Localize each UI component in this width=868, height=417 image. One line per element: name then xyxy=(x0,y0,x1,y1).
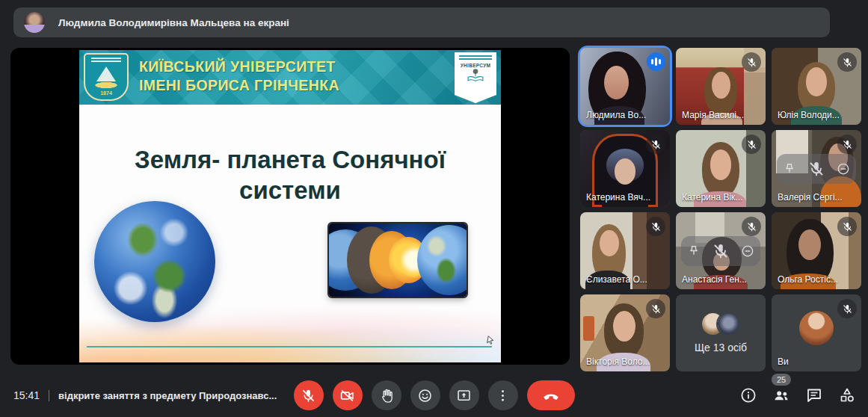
participant-tile-yuliya[interactable]: Юлія Володи... xyxy=(772,48,861,125)
participant-tile-kateryna-vik[interactable]: Катерина Вік... xyxy=(676,130,766,207)
chat-button[interactable] xyxy=(805,386,823,404)
participant-tile-olga[interactable]: Ольга Ростіс... xyxy=(772,212,861,289)
participant-tile-kateryna-v[interactable]: Катерина Вяч... xyxy=(580,130,670,207)
divider xyxy=(49,390,49,401)
tree-icon xyxy=(467,68,484,81)
participant-name: Катерина Вяч... xyxy=(586,192,650,203)
participant-tile-valeriya[interactable]: Валерія Сергі... xyxy=(772,130,861,207)
meeting-title: відкрите заняття з предмету Природознавс… xyxy=(58,390,277,401)
shared-screen-stage: КИЇВСЬКИЙ УНІВЕРСИТЕТ ІМЕНІ БОРИСА ГРІНЧ… xyxy=(10,48,570,365)
people-button[interactable] xyxy=(772,386,790,404)
earth-cross-section-image xyxy=(329,223,467,297)
self-tile[interactable]: Ви xyxy=(772,294,861,371)
more-participants-tile[interactable]: Ще 13 осіб xyxy=(676,294,766,371)
mic-off-icon xyxy=(646,299,665,318)
participant-name: Марія Василі... xyxy=(682,110,744,120)
mute-participant-button[interactable] xyxy=(807,160,825,178)
google-meet-window: Людмила Володимирівна Мальцева на екрані… xyxy=(0,0,868,417)
participant-count-badge: 25 xyxy=(772,374,791,386)
logo-year: 1874 xyxy=(85,90,127,96)
activities-button[interactable] xyxy=(838,386,856,404)
mic-off-icon xyxy=(742,217,761,236)
meeting-details-button[interactable] xyxy=(739,386,757,404)
university-name: КИЇВСЬКИЙ УНІВЕРСИТЕТ ІМЕНІ БОРИСА ГРІНЧ… xyxy=(139,58,339,95)
overflow-avatars xyxy=(702,313,739,335)
more-participants-label: Ще 13 осіб xyxy=(695,342,747,353)
participant-name: Людмила Во... xyxy=(586,110,646,120)
slide-divider-line xyxy=(87,346,492,348)
participant-tile-lyudmyla[interactable]: Людмила Во... xyxy=(580,48,670,125)
presenter-avatar xyxy=(24,12,45,33)
participant-name: Юлія Володи... xyxy=(778,110,840,120)
participant-grid: Людмила Во... Марія Василі... Юлія Волод… xyxy=(580,48,861,371)
speaking-indicator-icon xyxy=(647,52,665,71)
participant-name: Ольга Ростіс... xyxy=(778,274,838,285)
mic-off-icon xyxy=(837,217,857,236)
mic-off-icon xyxy=(742,52,761,72)
pin-participant-button[interactable] xyxy=(782,161,797,176)
pin-participant-button[interactable] xyxy=(686,244,701,259)
participant-tile-anastasiya[interactable]: Анастасія Ген... xyxy=(676,212,766,289)
clock-time: 15:41 xyxy=(13,389,40,401)
remove-participant-button[interactable] xyxy=(740,244,755,259)
camera-button[interactable] xyxy=(333,380,363,410)
remote-cursor-icon xyxy=(486,336,496,345)
mic-off-icon xyxy=(837,135,857,154)
screen-share-banner-text: Людмила Володимирівна Мальцева на екрані xyxy=(58,17,289,28)
participant-tile-viktoriya[interactable]: Вікторія Воло... xyxy=(580,294,670,371)
screen-share-banner: Людмила Володимирівна Мальцева на екрані xyxy=(13,7,830,37)
end-call-button[interactable] xyxy=(527,380,575,410)
presentation-slide: КИЇВСЬКИЙ УНІВЕРСИТЕТ ІМЕНІ БОРИСА ГРІНЧ… xyxy=(79,50,501,362)
participant-name: Вікторія Воло... xyxy=(586,356,650,367)
self-name: Ви xyxy=(778,356,789,367)
reactions-button[interactable] xyxy=(410,380,440,410)
bottom-control-bar: 15:41 відкрите заняття з предмету Природ… xyxy=(0,374,868,417)
participant-name: Анастасія Ген... xyxy=(682,274,747,285)
mic-button[interactable] xyxy=(294,380,324,410)
mic-off-icon xyxy=(837,52,857,72)
participant-name: Валерія Сергі... xyxy=(778,192,843,203)
badge-title: УНІВЕРСУМ xyxy=(455,63,496,68)
participant-name: Катерина Вік... xyxy=(682,192,742,203)
earth-globe-image xyxy=(94,201,215,322)
university-shield-logo-icon: 1874 xyxy=(84,53,129,101)
remove-participant-button[interactable] xyxy=(836,161,851,176)
present-screen-button[interactable] xyxy=(449,380,479,410)
tile-hover-controls xyxy=(777,154,856,184)
slide-title: Земля- планета Сонячної системи xyxy=(79,144,501,206)
mic-off-icon xyxy=(646,217,665,236)
slide-header-banner: КИЇВСЬКИЙ УНІВЕРСИТЕТ ІМЕНІ БОРИСА ГРІНЧ… xyxy=(79,50,501,105)
participant-name: Єлизавета О... xyxy=(586,274,647,285)
mic-off-icon xyxy=(646,135,665,154)
participant-tile-mariya[interactable]: Марія Василі... xyxy=(676,48,766,125)
participant-tile-yelyzaveta[interactable]: Єлизавета О... xyxy=(580,212,670,289)
more-options-button[interactable] xyxy=(488,380,518,410)
mic-off-icon xyxy=(742,135,761,154)
universum-college-badge-icon: УНІВЕРСУМ xyxy=(455,52,496,103)
self-avatar xyxy=(799,311,834,345)
mute-participant-button[interactable] xyxy=(712,242,730,260)
mic-off-icon xyxy=(837,299,857,318)
tile-hover-controls xyxy=(681,236,760,266)
raise-hand-button[interactable] xyxy=(372,380,401,410)
